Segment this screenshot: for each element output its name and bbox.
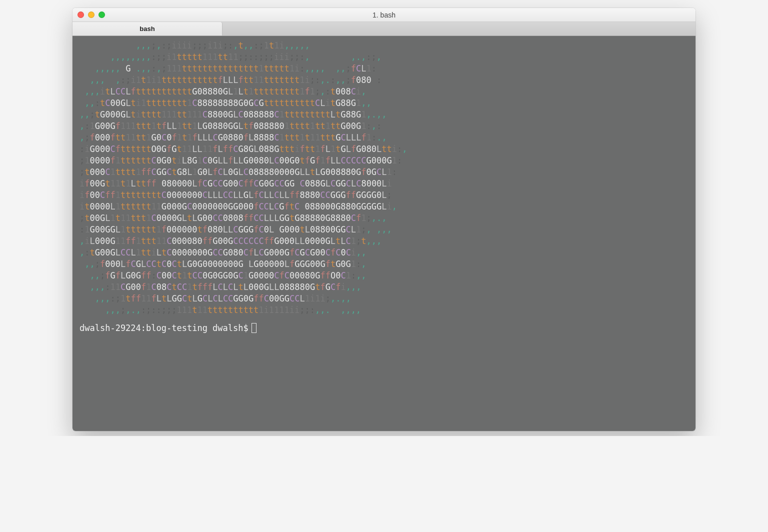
- minimize-icon[interactable]: [88, 12, 94, 18]
- tab-bar: bash: [72, 22, 696, 36]
- zoom-icon[interactable]: [98, 12, 105, 18]
- window-controls: [78, 12, 105, 18]
- tab-bash[interactable]: bash: [72, 22, 222, 36]
- shell-prompt-line: dwalsh-29224:blog-testing dwalsh$: [80, 323, 688, 333]
- shell-prompt-text: dwalsh-29224:blog-testing dwalsh$: [80, 323, 248, 333]
- titlebar[interactable]: 1. bash: [72, 8, 696, 22]
- cursor-icon: [252, 323, 256, 333]
- terminal-window: 1. bash bash ,,,;,:;iiii;;;i1i;:,t,,:;1t…: [72, 8, 696, 431]
- terminal-viewport[interactable]: ,,,;,:;iiii;;;i1i;:,t,,:;1t1i,,,,, ,,,,,…: [72, 36, 696, 431]
- tab-label: bash: [140, 25, 154, 32]
- close-icon[interactable]: [78, 12, 84, 18]
- terminal-output: ,,,;,:;iiii;;;i1i;:,t,,:;1t1i,,,,, ,,,,,…: [80, 40, 688, 316]
- window-title: 1. bash: [372, 11, 396, 19]
